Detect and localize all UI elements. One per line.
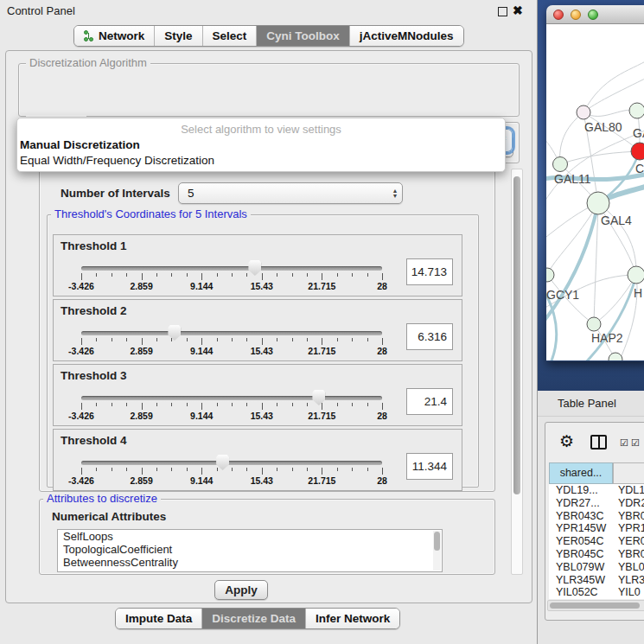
slider-tick [96,403,97,406]
table-row[interactable]: YBL079WYBL0 [549,561,644,574]
network-edge[interactable] [594,275,636,324]
table-horizontal-scrollbar[interactable] [547,600,644,611]
number-of-intervals-value: 5 [179,187,388,200]
slider-tick [112,468,112,471]
checkbox-icon[interactable]: ☑ [631,437,640,449]
network-node[interactable] [609,353,622,360]
slider-tick [171,273,172,277]
table-row[interactable]: YBR045CYBR0 [549,548,644,561]
dropdown-option-manual[interactable]: Manual Discretization [17,137,505,153]
slider-tick [382,468,383,475]
slider-track[interactable] [81,266,382,271]
slider-tick [367,403,368,406]
control-panel-window: Control Panel ✖ NetworkStyleSelectCyni T… [0,0,538,644]
slider-tick-label: 2.859 [130,411,152,421]
network-node-c[interactable] [631,143,644,160]
split-columns-icon[interactable] [590,435,607,450]
tab-select[interactable]: Select [203,26,258,46]
scrollbar-thumb[interactable] [513,176,520,494]
slider-tick [277,403,277,406]
network-node-ga[interactable] [629,103,644,118]
network-node-label: GA [633,126,644,140]
table-row[interactable]: YPR145WYPR1 [549,522,644,535]
slider-track[interactable] [81,461,382,465]
slider-tick [352,468,353,471]
network-node-gcy1[interactable] [546,268,554,282]
network-node-h[interactable] [628,266,644,284]
slider-tick-label: 28 [377,281,387,291]
close-window-icon[interactable]: ✖ [513,3,523,17]
name-cell: YDR2 [613,497,644,510]
checkbox-icon[interactable]: ☑ [620,437,628,449]
network-edge[interactable] [547,203,598,275]
network-canvas[interactable]: GAL80GACGAL11GAL4GCY1HHAP2 [546,24,644,360]
attribute-list-item[interactable]: SelfLoops [58,530,442,543]
network-node-gal4[interactable] [587,192,609,214]
slider-tick [292,338,293,341]
close-traffic-light-icon[interactable] [553,10,564,20]
slider-tick [171,468,172,471]
apply-button[interactable]: Apply [214,580,268,600]
numerical-attributes-list[interactable]: SelfLoopsTopologicalCoefficientBetweenne… [57,529,443,572]
table-row[interactable]: YDL19...YDL1 [549,484,644,497]
network-node-gal80[interactable] [577,105,590,119]
table-row[interactable]: YIL052CYIL0 [549,586,644,599]
slider-track[interactable] [81,396,382,400]
tab-infer-network[interactable]: Infer Network [306,609,399,628]
tab-style[interactable]: Style [155,26,202,46]
tab-network[interactable]: Network [74,26,155,46]
network-node-hap2[interactable] [587,317,601,331]
slider-tick-label: 21.715 [308,281,335,291]
threshold-4-panel: Threshold 4-3.4262.8599.14415.4321.71528… [53,429,462,491]
column-header-shared-name[interactable]: shared... [549,462,613,484]
network-node-gal11[interactable] [553,157,568,172]
slider-tick-label: 2.859 [130,475,152,486]
slider-tick [292,403,293,406]
slider-tick [367,273,368,277]
table-row[interactable]: YDR27...YDR2 [549,497,644,510]
number-of-intervals-combobox[interactable]: 5 ▲▼ [178,182,403,204]
slider-tick [81,468,82,475]
slider-handle[interactable] [312,390,325,405]
network-node-label: GAL11 [554,172,591,186]
network-node-label: GAL80 [584,120,622,134]
attribute-list-item[interactable]: BetweennessCentrality [58,556,442,569]
gear-icon[interactable]: ⚙ [559,433,574,450]
table-row[interactable]: YER054CYER0 [549,535,644,548]
tab-impute-data[interactable]: Impute Data [116,609,202,628]
panel-vertical-scrollbar[interactable] [511,169,523,575]
network-edge[interactable] [560,151,640,164]
slider-tick [337,338,338,341]
tab-jactivemnodules[interactable]: jActiveMNodules [350,26,463,46]
network-edge[interactable] [546,203,598,327]
threshold-value-field[interactable]: 11.344 [406,453,453,480]
minimize-traffic-light-icon[interactable] [571,10,581,20]
float-window-icon[interactable] [498,7,507,16]
network-edge[interactable] [560,112,583,164]
list-scrollbar[interactable] [433,531,441,571]
slider-tick [292,273,293,277]
column-header-name[interactable]: na... [613,462,644,484]
slider-tick [307,468,308,471]
slider-track[interactable] [81,331,382,335]
dropdown-option-equal-width[interactable]: Equal Width/Frequency Discretization [17,153,505,169]
network-node-label: GAL4 [601,214,632,227]
scrollbar-thumb[interactable] [550,603,640,609]
slider-handle[interactable] [248,260,261,276]
slider-handle[interactable] [216,455,229,470]
attribute-list-item[interactable]: TopologicalCoefficient [58,543,442,556]
slider-handle[interactable] [168,325,181,341]
tab-cyni-toolbox[interactable]: Cyni Toolbox [257,26,350,46]
slider-tick [382,338,383,345]
table-row[interactable]: YBR043CYBR0 [549,510,644,523]
table-row[interactable]: YLR345WYLR3 [549,574,644,587]
slider-tick [126,468,127,471]
threshold-value-field[interactable]: 6.316 [406,323,453,350]
slider-tick [81,403,82,410]
slider-tick [96,468,97,471]
table-header-row: shared... na... [549,462,644,484]
tab-discretize-data[interactable]: Discretize Data [202,609,306,628]
zoom-traffic-light-icon[interactable] [588,10,598,20]
threshold-value-field[interactable]: 21.4 [406,388,453,415]
threshold-value-field[interactable]: 14.713 [406,258,453,285]
